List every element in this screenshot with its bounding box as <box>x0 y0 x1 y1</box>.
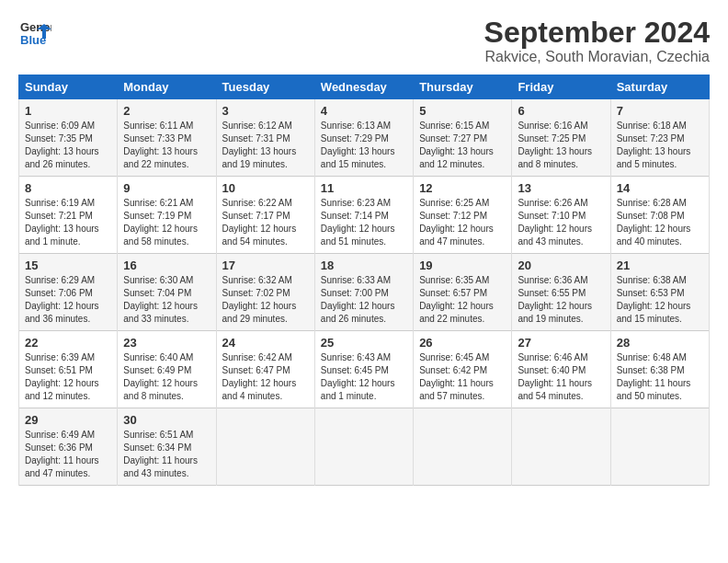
day-info: Sunrise: 6:45 AM Sunset: 6:42 PM Dayligh… <box>419 351 506 403</box>
day-number: 21 <box>617 259 703 272</box>
weekday-header-friday: Friday <box>512 75 610 99</box>
day-info: Sunrise: 6:32 AM Sunset: 7:02 PM Dayligh… <box>222 274 309 326</box>
day-info: Sunrise: 6:15 AM Sunset: 7:27 PM Dayligh… <box>419 120 506 171</box>
day-number: 9 <box>123 181 210 195</box>
day-number: 30 <box>123 413 210 427</box>
weekday-header-row: SundayMondayTuesdayWednesdayThursdayFrid… <box>19 75 710 99</box>
calendar-cell: 27Sunrise: 6:46 AM Sunset: 6:40 PM Dayli… <box>512 331 610 408</box>
day-number: 4 <box>321 104 407 118</box>
calendar-cell: 24Sunrise: 6:42 AM Sunset: 6:47 PM Dayli… <box>216 331 314 408</box>
logo-icon: General Blue <box>18 17 51 50</box>
day-number: 26 <box>419 336 506 350</box>
day-number: 10 <box>222 181 309 195</box>
day-info: Sunrise: 6:19 AM Sunset: 7:21 PM Dayligh… <box>25 197 111 248</box>
day-number: 23 <box>123 336 210 350</box>
calendar-page: General Blue September 2024 Rakvice, Sou… <box>0 0 728 563</box>
day-info: Sunrise: 6:23 AM Sunset: 7:14 PM Dayligh… <box>321 197 407 248</box>
calendar-cell <box>414 408 512 486</box>
day-info: Sunrise: 6:29 AM Sunset: 7:06 PM Dayligh… <box>25 274 111 326</box>
weekday-header-sunday: Sunday <box>19 75 118 99</box>
calendar-cell: 14Sunrise: 6:28 AM Sunset: 7:08 PM Dayli… <box>610 177 709 254</box>
calendar-cell: 17Sunrise: 6:32 AM Sunset: 7:02 PM Dayli… <box>216 254 314 331</box>
day-number: 24 <box>222 336 309 350</box>
calendar-cell <box>512 408 610 486</box>
day-number: 5 <box>419 104 506 118</box>
calendar-table: SundayMondayTuesdayWednesdayThursdayFrid… <box>18 75 710 486</box>
calendar-cell: 2Sunrise: 6:11 AM Sunset: 7:33 PM Daylig… <box>118 99 216 177</box>
calendar-cell: 4Sunrise: 6:13 AM Sunset: 7:29 PM Daylig… <box>314 99 413 177</box>
day-info: Sunrise: 6:42 AM Sunset: 6:47 PM Dayligh… <box>222 351 309 403</box>
calendar-cell: 6Sunrise: 6:16 AM Sunset: 7:25 PM Daylig… <box>512 99 610 177</box>
day-number: 19 <box>419 259 506 272</box>
day-number: 6 <box>518 104 604 118</box>
calendar-cell: 15Sunrise: 6:29 AM Sunset: 7:06 PM Dayli… <box>19 254 118 331</box>
day-info: Sunrise: 6:51 AM Sunset: 6:34 PM Dayligh… <box>123 429 210 480</box>
day-number: 12 <box>419 181 506 195</box>
day-info: Sunrise: 6:43 AM Sunset: 6:45 PM Dayligh… <box>321 351 407 403</box>
day-info: Sunrise: 6:25 AM Sunset: 7:12 PM Dayligh… <box>419 197 506 248</box>
day-info: Sunrise: 6:12 AM Sunset: 7:31 PM Dayligh… <box>222 120 309 171</box>
location-title: Rakvice, South Moravian, Czechia <box>484 49 710 65</box>
day-number: 11 <box>321 181 407 195</box>
calendar-cell <box>610 408 709 486</box>
calendar-row-2: 15Sunrise: 6:29 AM Sunset: 7:06 PM Dayli… <box>19 254 710 331</box>
day-number: 15 <box>25 259 111 272</box>
calendar-cell: 8Sunrise: 6:19 AM Sunset: 7:21 PM Daylig… <box>19 177 118 254</box>
calendar-cell <box>314 408 413 486</box>
day-number: 27 <box>518 336 604 350</box>
weekday-header-wednesday: Wednesday <box>314 75 413 99</box>
day-info: Sunrise: 6:26 AM Sunset: 7:10 PM Dayligh… <box>518 197 604 248</box>
calendar-cell: 23Sunrise: 6:40 AM Sunset: 6:49 PM Dayli… <box>118 331 216 408</box>
calendar-cell: 19Sunrise: 6:35 AM Sunset: 6:57 PM Dayli… <box>414 254 512 331</box>
calendar-cell: 1Sunrise: 6:09 AM Sunset: 7:35 PM Daylig… <box>19 99 118 177</box>
day-number: 18 <box>321 259 407 272</box>
day-number: 28 <box>617 336 703 350</box>
day-number: 7 <box>617 104 703 118</box>
day-info: Sunrise: 6:09 AM Sunset: 7:35 PM Dayligh… <box>25 120 111 171</box>
day-number: 29 <box>25 413 111 427</box>
day-info: Sunrise: 6:28 AM Sunset: 7:08 PM Dayligh… <box>617 197 703 248</box>
day-number: 8 <box>25 181 111 195</box>
day-info: Sunrise: 6:46 AM Sunset: 6:40 PM Dayligh… <box>518 351 604 403</box>
day-info: Sunrise: 6:35 AM Sunset: 6:57 PM Dayligh… <box>419 274 506 326</box>
day-number: 16 <box>123 259 210 272</box>
calendar-cell: 30Sunrise: 6:51 AM Sunset: 6:34 PM Dayli… <box>118 408 216 486</box>
calendar-row-4: 29Sunrise: 6:49 AM Sunset: 6:36 PM Dayli… <box>19 408 710 486</box>
day-info: Sunrise: 6:49 AM Sunset: 6:36 PM Dayligh… <box>25 429 111 480</box>
calendar-cell: 3Sunrise: 6:12 AM Sunset: 7:31 PM Daylig… <box>216 99 314 177</box>
calendar-cell: 21Sunrise: 6:38 AM Sunset: 6:53 PM Dayli… <box>610 254 709 331</box>
day-number: 17 <box>222 259 309 272</box>
calendar-row-0: 1Sunrise: 6:09 AM Sunset: 7:35 PM Daylig… <box>19 99 710 177</box>
day-info: Sunrise: 6:39 AM Sunset: 6:51 PM Dayligh… <box>25 351 111 403</box>
month-title: September 2024 <box>484 17 710 49</box>
day-info: Sunrise: 6:33 AM Sunset: 7:00 PM Dayligh… <box>321 274 407 326</box>
calendar-cell: 25Sunrise: 6:43 AM Sunset: 6:45 PM Dayli… <box>314 331 413 408</box>
weekday-header-thursday: Thursday <box>414 75 512 99</box>
day-number: 1 <box>25 104 111 118</box>
calendar-cell: 12Sunrise: 6:25 AM Sunset: 7:12 PM Dayli… <box>414 177 512 254</box>
day-number: 2 <box>123 104 210 118</box>
calendar-cell: 18Sunrise: 6:33 AM Sunset: 7:00 PM Dayli… <box>314 254 413 331</box>
day-number: 20 <box>518 259 604 272</box>
day-info: Sunrise: 6:11 AM Sunset: 7:33 PM Dayligh… <box>123 120 210 171</box>
weekday-header-monday: Monday <box>118 75 216 99</box>
day-number: 25 <box>321 336 407 350</box>
day-info: Sunrise: 6:13 AM Sunset: 7:29 PM Dayligh… <box>321 120 407 171</box>
day-info: Sunrise: 6:36 AM Sunset: 6:55 PM Dayligh… <box>518 274 604 326</box>
svg-text:Blue: Blue <box>20 33 46 47</box>
weekday-header-tuesday: Tuesday <box>216 75 314 99</box>
calendar-cell: 26Sunrise: 6:45 AM Sunset: 6:42 PM Dayli… <box>414 331 512 408</box>
calendar-cell: 22Sunrise: 6:39 AM Sunset: 6:51 PM Dayli… <box>19 331 118 408</box>
day-info: Sunrise: 6:48 AM Sunset: 6:38 PM Dayligh… <box>617 351 703 403</box>
calendar-row-1: 8Sunrise: 6:19 AM Sunset: 7:21 PM Daylig… <box>19 177 710 254</box>
day-info: Sunrise: 6:18 AM Sunset: 7:23 PM Dayligh… <box>617 120 703 171</box>
calendar-cell: 5Sunrise: 6:15 AM Sunset: 7:27 PM Daylig… <box>414 99 512 177</box>
day-number: 3 <box>222 104 309 118</box>
calendar-cell: 10Sunrise: 6:22 AM Sunset: 7:17 PM Dayli… <box>216 177 314 254</box>
calendar-cell: 7Sunrise: 6:18 AM Sunset: 7:23 PM Daylig… <box>610 99 709 177</box>
day-number: 14 <box>617 181 703 195</box>
day-info: Sunrise: 6:21 AM Sunset: 7:19 PM Dayligh… <box>123 197 210 248</box>
calendar-cell: 16Sunrise: 6:30 AM Sunset: 7:04 PM Dayli… <box>118 254 216 331</box>
day-number: 22 <box>25 336 111 350</box>
day-info: Sunrise: 6:16 AM Sunset: 7:25 PM Dayligh… <box>518 120 604 171</box>
